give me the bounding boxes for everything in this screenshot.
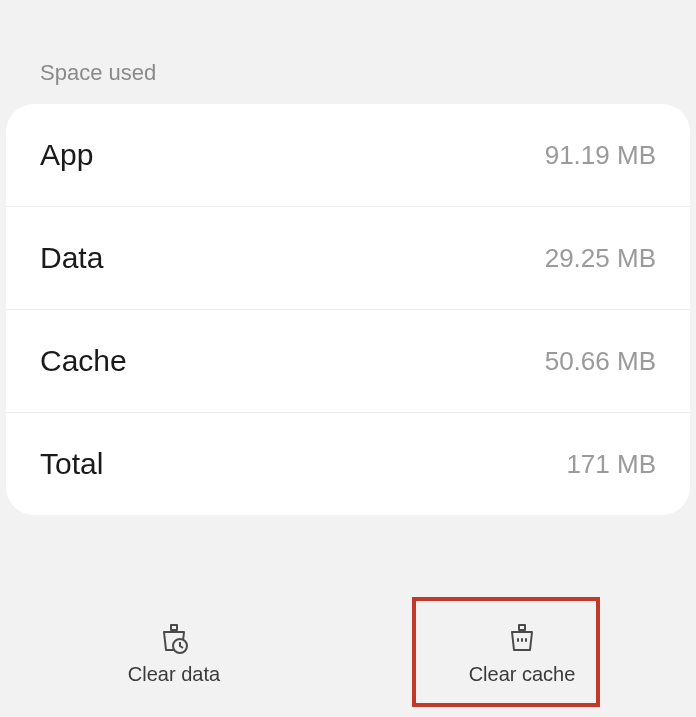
clear-cache-label: Clear cache	[469, 663, 576, 686]
trash-clock-icon	[155, 619, 193, 657]
row-data: Data 29.25 MB	[6, 206, 690, 309]
row-app-label: App	[40, 138, 93, 172]
row-data-label: Data	[40, 241, 103, 275]
row-cache: Cache 50.66 MB	[6, 309, 690, 412]
row-total-value: 171 MB	[566, 449, 656, 480]
row-total: Total 171 MB	[6, 412, 690, 515]
row-data-value: 29.25 MB	[545, 243, 656, 274]
row-cache-value: 50.66 MB	[545, 346, 656, 377]
storage-card: App 91.19 MB Data 29.25 MB Cache 50.66 M…	[6, 104, 690, 515]
clear-cache-button[interactable]: Clear cache	[348, 587, 696, 717]
row-app: App 91.19 MB	[6, 104, 690, 206]
clear-data-button[interactable]: Clear data	[0, 587, 348, 717]
clear-data-label: Clear data	[128, 663, 220, 686]
section-header-space-used: Space used	[0, 0, 696, 104]
row-cache-label: Cache	[40, 344, 127, 378]
broom-icon	[503, 619, 541, 657]
row-total-label: Total	[40, 447, 103, 481]
row-app-value: 91.19 MB	[545, 140, 656, 171]
bottom-action-bar: Clear data Clear cache	[0, 587, 696, 717]
